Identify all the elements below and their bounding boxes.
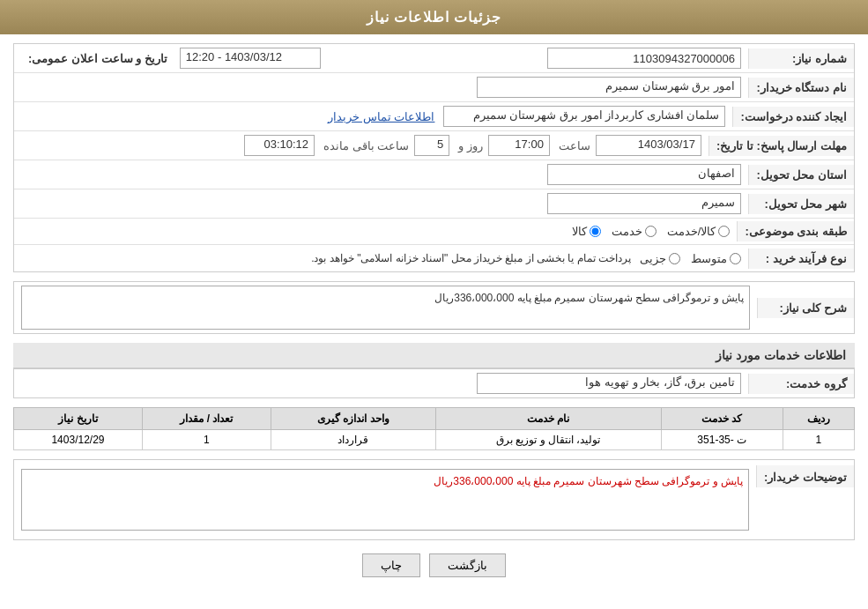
deadline-value: 1403/03/17 ساعت 17:00 روز و 5 ساعت باقی … <box>14 131 708 160</box>
contact-link[interactable]: اطلاعات تماس خریدار <box>328 110 434 123</box>
category-option-kala: کالا <box>572 225 601 238</box>
form-section-top: شماره نیاز: 1103094327000006 تاریخ و ساع… <box>13 43 855 272</box>
category-radio-group: کالا/خدمت خدمت کالا <box>21 225 730 238</box>
creator-value: سلمان افشاری کاربرداز امور برق شهرستان س… <box>14 102 732 130</box>
category-value: کالا/خدمت خدمت کالا <box>14 221 737 241</box>
service-group-label: گروه خدمت: <box>748 374 854 394</box>
date-box: 1403/03/12 - 12:20 <box>180 48 321 69</box>
col-unit: واحد اندازه گیری <box>271 408 435 430</box>
deadline-days-label: روز و <box>458 139 483 152</box>
row-province: استان محل تحویل: اصفهان <box>14 160 854 189</box>
buyer-desc-label: توضیحات خریدار: <box>756 465 854 487</box>
deadline-time-label: ساعت <box>559 139 590 152</box>
cell-name: تولید، انتقال و توزیع برق <box>435 430 661 450</box>
services-table: ردیف کد خدمت نام خدمت واحد اندازه گیری ت… <box>13 407 855 450</box>
row-deadline: مهلت ارسال پاسخ: تا تاریخ: 1403/03/17 سا… <box>14 131 854 160</box>
col-qty: تعداد / مقدار <box>142 408 271 430</box>
row-process: نوع فرآیند خرید : متوسط جزیی پرداخت تمام… <box>14 245 854 271</box>
row-category: طبقه بندی موضوعی: کالا/خدمت خدمت <box>14 219 854 245</box>
province-label: استان محل تحویل: <box>748 165 854 185</box>
need-number-value: 1103094327000006 <box>382 44 749 72</box>
services-table-section: ردیف کد خدمت نام خدمت واحد اندازه گیری ت… <box>13 407 855 450</box>
cell-date: 1403/12/29 <box>14 430 143 450</box>
header-title: جزئیات اطلاعات نیاز <box>367 10 502 25</box>
buyer-name-box: امور برق شهرستان سمیرم <box>477 77 741 98</box>
col-name: نام خدمت <box>435 408 661 430</box>
category-radio-kala[interactable] <box>590 226 601 237</box>
row-buyer-name: نام دستگاه خریدار: امور برق شهرستان سمیر… <box>14 73 854 102</box>
cell-unit: قرارداد <box>271 430 435 450</box>
process-radio-group: متوسط جزیی <box>640 252 741 265</box>
page-header: جزئیات اطلاعات نیاز <box>0 0 868 34</box>
row-buyer-desc: توضیحات خریدار: پایش و ترموگرافی سطح شهر… <box>14 460 854 539</box>
row-service-group: گروه خدمت: تامین برق، گاز، بخار و تهویه … <box>14 369 854 397</box>
deadline-label: مهلت ارسال پاسخ: تا تاریخ: <box>708 136 854 156</box>
row-need-number: شماره نیاز: 1103094327000006 تاریخ و ساع… <box>14 44 854 73</box>
process-radio-motavaset[interactable] <box>730 253 741 264</box>
creator-label: ایجاد کننده درخواست: <box>732 107 854 127</box>
row-creator: ایجاد کننده درخواست: سلمان افشاری کاربرد… <box>14 102 854 131</box>
col-code: کد خدمت <box>661 408 783 430</box>
process-note: پرداخت تمام یا بخشی از مبلغ خریداز محل "… <box>311 252 631 264</box>
row-general-desc: شرح کلی نیاز: پایش و ترموگرافی سطح شهرست… <box>14 282 854 333</box>
cell-row: 1 <box>783 430 854 450</box>
col-date: تاریخ نیاز <box>14 408 143 430</box>
category-option-kala-khedmat: کالا/خدمت <box>667 225 731 238</box>
form-section-service-group: گروه خدمت: تامین برق، گاز، بخار و تهویه … <box>13 368 855 398</box>
date-label: تاریخ و ساعت اعلان عمومی: <box>21 48 174 69</box>
process-value: متوسط جزیی پرداخت تمام یا بخشی از مبلغ خ… <box>14 249 748 269</box>
category-radio-khedmat[interactable] <box>645 226 657 237</box>
city-box: سمیرم <box>547 193 741 214</box>
deadline-time-box: 17:00 <box>488 135 550 156</box>
date-section: تاریخ و ساعت اعلان عمومی: 1403/03/12 - 1… <box>14 44 382 72</box>
form-section-general-desc: شرح کلی نیاز: پایش و ترموگرافی سطح شهرست… <box>13 281 855 334</box>
category-option-khedmat: خدمت <box>612 225 657 238</box>
col-row: ردیف <box>783 408 854 430</box>
creator-box: سلمان افشاری کاربرداز امور برق شهرستان س… <box>443 106 725 127</box>
service-group-value: تامین برق، گاز، بخار و تهویه هوا <box>14 369 748 397</box>
back-button[interactable]: بازگشت <box>429 553 506 577</box>
deadline-remain-box: 03:10:12 <box>244 135 315 156</box>
button-row: بازگشت چاپ <box>13 553 855 577</box>
buyer-desc-value: پایش و ترموگرافی سطح شهرستان سمیرم مبلغ … <box>14 465 756 534</box>
general-desc-value: پایش و ترموگرافی سطح شهرستان سمیرم مبلغ … <box>14 282 757 333</box>
cell-code: ت -35-351 <box>661 430 783 450</box>
page-wrapper: جزئیات اطلاعات نیاز شماره نیاز: 11030943… <box>0 0 868 609</box>
category-radio-kala-khedmat[interactable] <box>718 226 730 237</box>
province-value: اصفهان <box>14 160 748 189</box>
process-radio-jozyi[interactable] <box>669 253 680 264</box>
form-section-buyer-desc: توضیحات خریدار: پایش و ترموگرافی سطح شهر… <box>13 459 855 540</box>
services-section-title: اطلاعات خدمات مورد نیاز <box>13 343 855 368</box>
print-button[interactable]: چاپ <box>362 553 420 577</box>
service-group-box: تامین برق، گاز، بخار و تهویه هوا <box>477 373 741 394</box>
cell-qty: 1 <box>142 430 271 450</box>
category-label: طبقه بندی موضوعی: <box>737 221 854 241</box>
buyer-name-label: نام دستگاه خریدار: <box>748 78 854 98</box>
buyer-name-value: امور برق شهرستان سمیرم <box>14 73 748 101</box>
services-table-body: 1 ت -35-351 تولید، انتقال و توزیع برق قر… <box>14 430 855 450</box>
city-label: شهر محل تحویل: <box>748 194 854 214</box>
deadline-date-box: 1403/03/17 <box>596 135 701 156</box>
deadline-days-box: 5 <box>414 135 449 156</box>
general-desc-box: پایش و ترموگرافی سطح شهرستان سمیرم مبلغ … <box>21 286 750 330</box>
process-option-motavaset: متوسط <box>691 252 741 265</box>
process-label: نوع فرآیند خرید : <box>748 249 854 269</box>
province-box: اصفهان <box>547 164 741 185</box>
general-desc-label: شرح کلی نیاز: <box>757 298 854 318</box>
buyer-desc-box: پایش و ترموگرافی سطح شهرستان سمیرم مبلغ … <box>21 469 749 531</box>
header-row: ردیف کد خدمت نام خدمت واحد اندازه گیری ت… <box>14 408 855 430</box>
city-value: سمیرم <box>14 189 748 218</box>
row-city: شهر محل تحویل: سمیرم <box>14 189 854 219</box>
deadline-remain-label: ساعت باقی مانده <box>323 139 409 152</box>
table-row: 1 ت -35-351 تولید، انتقال و توزیع برق قر… <box>14 430 855 450</box>
services-table-header: ردیف کد خدمت نام خدمت واحد اندازه گیری ت… <box>14 408 855 430</box>
need-number-label: شماره نیاز: <box>748 48 854 69</box>
need-number-box: 1103094327000006 <box>547 48 741 69</box>
process-option-jozyi: جزیی <box>640 252 680 265</box>
main-content: شماره نیاز: 1103094327000006 تاریخ و ساع… <box>0 34 868 586</box>
